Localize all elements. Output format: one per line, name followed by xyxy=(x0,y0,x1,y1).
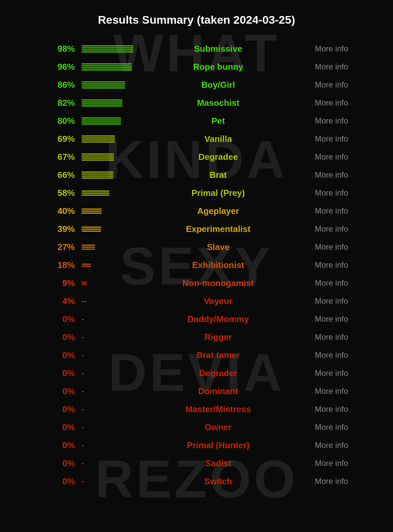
bar-line xyxy=(82,87,125,88)
result-name: Owner xyxy=(148,422,288,433)
result-row: 0%-SadistMore info xyxy=(45,454,348,472)
bar-column xyxy=(75,191,148,196)
result-name: Ageplayer xyxy=(148,206,288,216)
more-info-button[interactable]: More info xyxy=(288,242,348,252)
result-name: Master/Mistress xyxy=(148,404,288,415)
bar-line xyxy=(82,284,87,285)
bar-line xyxy=(82,209,102,210)
bar-line xyxy=(82,227,101,228)
result-name: Experimentalist xyxy=(148,224,288,234)
result-row: 0%-Master/MistressMore info xyxy=(45,400,348,418)
more-info-button[interactable]: More info xyxy=(288,116,348,125)
bar-dash: -- xyxy=(82,296,87,306)
bar-line xyxy=(82,105,122,106)
bar-line xyxy=(82,45,133,46)
more-info-button[interactable]: More info xyxy=(288,386,348,396)
percent-value: 0% xyxy=(45,458,75,469)
more-info-button[interactable]: More info xyxy=(288,80,348,89)
percent-value: 80% xyxy=(45,116,75,126)
bar-column xyxy=(75,136,148,143)
result-name: Sadist xyxy=(148,458,288,469)
result-row: 67%DegradeeMore info xyxy=(45,148,348,166)
bar-dash: - xyxy=(82,441,84,450)
bar-lines xyxy=(82,136,115,143)
bar-line xyxy=(82,193,109,194)
result-row: 4%--VoyeurMore info xyxy=(45,292,348,310)
bar-column xyxy=(75,282,148,285)
percent-value: 27% xyxy=(45,242,75,252)
result-row: 9%Non-monogamistMore info xyxy=(45,274,348,292)
result-name: Primal (Prey) xyxy=(148,188,288,198)
result-row: 0%-DominantMore info xyxy=(45,382,348,400)
more-info-button[interactable]: More info xyxy=(288,296,348,306)
more-info-button[interactable]: More info xyxy=(288,368,348,378)
bar-column: - xyxy=(75,386,148,396)
bar-line xyxy=(82,69,132,70)
bar-lines xyxy=(82,227,101,232)
bar-line xyxy=(82,156,114,157)
page-title: Results Summary (taken 2024-03-25) xyxy=(45,13,348,26)
result-name: Switch xyxy=(148,476,288,487)
result-name: Vanilla xyxy=(148,134,288,144)
percent-value: 82% xyxy=(45,98,75,108)
more-info-button[interactable]: More info xyxy=(288,152,348,162)
more-info-button[interactable]: More info xyxy=(288,206,348,216)
bar-dash: - xyxy=(82,459,84,468)
bar-column: - xyxy=(75,368,148,378)
bar-column xyxy=(75,81,148,88)
bar-line xyxy=(82,191,109,192)
bar-dash: - xyxy=(82,405,84,414)
bar-column: - xyxy=(75,477,148,486)
more-info-button[interactable]: More info xyxy=(288,134,348,144)
bar-line xyxy=(82,249,95,250)
more-info-button[interactable]: More info xyxy=(288,260,348,270)
result-row: 39%ExperimentalistMore info xyxy=(45,220,348,238)
bar-line xyxy=(82,119,121,120)
result-row: 98%SubmissiveMore info xyxy=(45,40,348,58)
more-info-button[interactable]: More info xyxy=(288,459,348,468)
bar-line xyxy=(82,282,87,283)
result-row: 58%Primal (Prey)More info xyxy=(45,184,348,202)
bar-line xyxy=(82,154,114,155)
bar-line xyxy=(82,85,125,86)
more-info-button[interactable]: More info xyxy=(288,441,348,450)
more-info-button[interactable]: More info xyxy=(288,224,348,234)
bar-lines xyxy=(82,191,109,196)
bar-line xyxy=(82,103,122,104)
more-info-button[interactable]: More info xyxy=(288,350,348,360)
result-row: 0%-Primal (Hunter)More info xyxy=(45,436,348,454)
bar-column: - xyxy=(75,459,148,468)
result-name: Brat tamer xyxy=(148,350,288,360)
more-info-button[interactable]: More info xyxy=(288,278,348,288)
more-info-button[interactable]: More info xyxy=(288,170,348,180)
result-row: 18%ExhibitionistMore info xyxy=(45,256,348,274)
more-info-button[interactable]: More info xyxy=(288,332,348,342)
result-name: Boy/Girl xyxy=(148,80,288,90)
bar-dash: - xyxy=(82,368,84,378)
bar-line xyxy=(82,195,109,196)
bar-line xyxy=(82,101,122,102)
more-info-button[interactable]: More info xyxy=(288,188,348,198)
more-info-button[interactable]: More info xyxy=(288,98,348,107)
bar-line xyxy=(82,264,91,265)
more-info-button[interactable]: More info xyxy=(288,423,348,432)
result-row: 86%Boy/GirlMore info xyxy=(45,76,348,94)
result-row: 0%-Daddy/MommyMore info xyxy=(45,310,348,328)
result-name: Rope bunny xyxy=(148,62,288,72)
more-info-button[interactable]: More info xyxy=(288,477,348,486)
percent-value: 0% xyxy=(45,404,75,415)
bar-line xyxy=(82,142,115,143)
percent-value: 86% xyxy=(45,80,75,90)
bar-lines xyxy=(82,81,125,88)
result-name: Voyeur xyxy=(148,296,288,306)
percent-value: 4% xyxy=(45,296,75,306)
bar-line xyxy=(82,172,113,173)
more-info-button[interactable]: More info xyxy=(288,314,348,324)
bar-line xyxy=(82,174,113,175)
percent-value: 0% xyxy=(45,386,75,396)
more-info-button[interactable]: More info xyxy=(288,44,348,53)
more-info-button[interactable]: More info xyxy=(288,405,348,414)
more-info-button[interactable]: More info xyxy=(288,62,348,71)
bar-line xyxy=(82,123,121,124)
bar-line xyxy=(82,138,115,139)
